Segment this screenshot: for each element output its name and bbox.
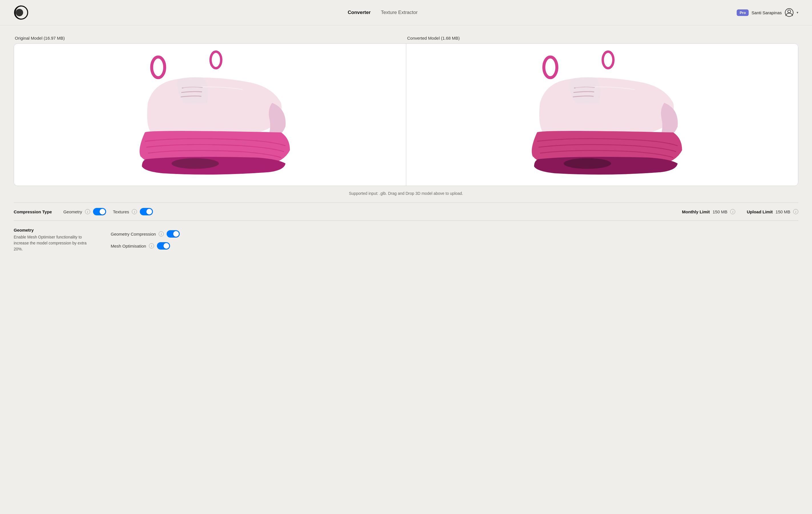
mesh-optimisation-info-icon[interactable]: i <box>149 243 154 248</box>
monthly-limit-group: Monthly Limit 150 MB i <box>682 209 735 214</box>
svg-point-1 <box>16 9 23 16</box>
geometry-toggle-group: Geometry i <box>63 208 106 215</box>
model-panels: Original Model (16.97 MB) <box>14 36 798 186</box>
controls-bar: Compression Type Geometry i Textures i M… <box>14 203 798 221</box>
geometry-compression-toggle[interactable] <box>167 230 180 238</box>
geometry-compression-info-icon[interactable]: i <box>158 231 164 237</box>
mesh-optimisation-toggle[interactable] <box>157 242 170 249</box>
user-avatar-icon <box>785 8 794 17</box>
svg-point-3 <box>788 10 791 13</box>
upload-limit-group: Upload Limit 150 MB i <box>747 209 798 214</box>
mesh-optimisation-row: Mesh Optimisation i <box>111 242 180 249</box>
converted-shoe-display <box>406 43 798 186</box>
nav-item-converter[interactable]: Converter <box>348 10 371 16</box>
original-model-label: Original Model (16.97 MB) <box>14 36 406 40</box>
textures-toggle-label: Textures <box>113 209 129 214</box>
geometry-toggle-label: Geometry <box>63 209 82 214</box>
limits-group: Monthly Limit 150 MB i Upload Limit 150 … <box>682 209 798 214</box>
geometry-info-icon[interactable]: i <box>85 209 90 214</box>
geometry-section-title: Geometry <box>14 228 94 233</box>
svg-point-11 <box>564 158 611 169</box>
main-content: Original Model (16.97 MB) <box>0 25 812 259</box>
geometry-toggle[interactable] <box>93 208 106 215</box>
pro-badge: Pro <box>737 9 749 16</box>
textures-toggle-group: Textures i <box>113 208 153 215</box>
monthly-limit-info-icon[interactable]: i <box>730 209 735 214</box>
upload-limit-label: Upload Limit <box>747 209 773 214</box>
user-name: Santi Sarapinas <box>752 10 782 15</box>
user-menu[interactable]: Pro Santi Sarapinas ▾ <box>737 8 798 17</box>
original-shoe-display <box>14 43 406 186</box>
converted-model-panel: Converted Model (1.68 MB) <box>406 36 798 186</box>
chevron-down-icon: ▾ <box>796 10 798 14</box>
compression-type-label: Compression Type <box>14 209 52 214</box>
svg-point-7 <box>172 158 219 169</box>
textures-toggle[interactable] <box>140 208 153 215</box>
converted-model-label: Converted Model (1.68 MB) <box>406 36 798 40</box>
geometry-description: Geometry Enable Mesh Optimiser functiona… <box>14 228 94 252</box>
monthly-limit-label: Monthly Limit <box>682 209 710 214</box>
upload-limit-value: 150 MB <box>776 209 790 214</box>
geometry-controls: Geometry Compression i Mesh Optimisation… <box>111 228 180 252</box>
compression-type-group: Compression Type <box>14 209 57 214</box>
original-model-viewer[interactable] <box>14 43 406 186</box>
upload-limit-info-icon[interactable]: i <box>793 209 798 214</box>
nav-item-texture-extractor[interactable]: Texture Extractor <box>381 10 418 16</box>
header: Converter Texture Extractor Pro Santi Sa… <box>0 0 812 25</box>
geometry-section-text: Enable Mesh Optimiser functionality to i… <box>14 234 94 252</box>
monthly-limit-value: 150 MB <box>713 209 728 214</box>
geometry-section: Geometry Enable Mesh Optimiser functiona… <box>14 221 798 259</box>
support-text: Supported input: .glb. Drag and Drop 3D … <box>14 189 798 196</box>
mesh-optimisation-label: Mesh Optimisation <box>111 244 146 248</box>
geometry-compression-label: Geometry Compression <box>111 232 156 237</box>
original-model-panel: Original Model (16.97 MB) <box>14 36 406 186</box>
main-nav: Converter Texture Extractor <box>348 10 418 16</box>
geometry-compression-row: Geometry Compression i <box>111 230 180 238</box>
converted-model-viewer[interactable] <box>406 43 798 186</box>
textures-info-icon[interactable]: i <box>132 209 137 214</box>
app-logo[interactable] <box>14 5 29 20</box>
